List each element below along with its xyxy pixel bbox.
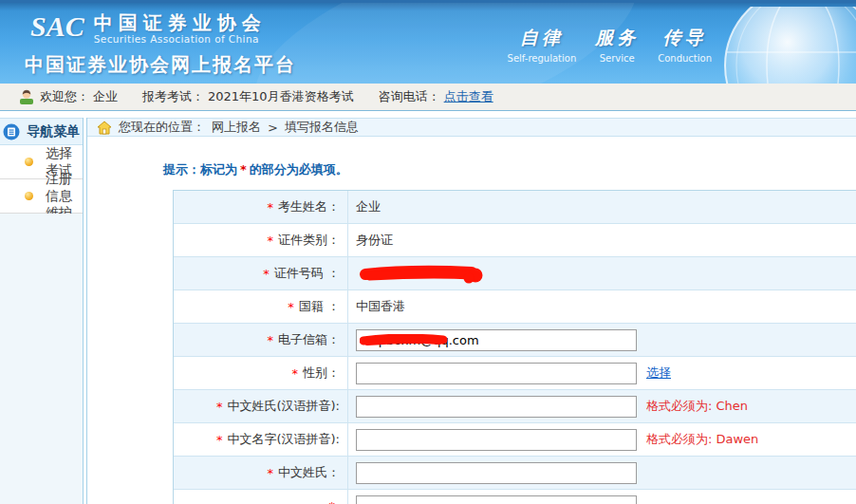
motto-en: Self-regulation (508, 53, 577, 64)
sidebar-item-registration-info[interactable]: 注册信息维护 (0, 179, 83, 214)
app-header: SAC 中国证券业协会 Securities Association of Ch… (0, 0, 856, 84)
format-hint-dawen: 格式必须为: Dawen (646, 431, 758, 448)
sidebar: 导航菜单 选择考试 注册信息维护 (0, 118, 84, 504)
username: 企业 (93, 88, 118, 105)
form-row-id-number: * 证件号码 ： (174, 257, 856, 290)
field-value: 格式必须为: Chen (348, 390, 856, 422)
association-name-en: Securities Association of China (94, 33, 267, 45)
form-row-nationality: * 国籍 ： 中国香港 (174, 290, 856, 324)
platform-title: 中国证券业协会网上报名平台 (25, 52, 296, 78)
bullet-icon (25, 158, 33, 166)
sidebar-empty-area (0, 214, 83, 504)
exam-label: 报考考试： (142, 88, 204, 105)
form-row-partial: * (174, 490, 856, 504)
motto-en: Conduction (658, 53, 712, 64)
association-name-cn: 中国证券业协会 (94, 12, 267, 33)
chinese-surname-input[interactable] (356, 462, 637, 484)
required-star: * (268, 200, 274, 215)
required-star: * (216, 433, 223, 447)
motto-cn: 服务 (595, 26, 639, 50)
label-text: 证件号码 ： (274, 265, 340, 282)
tip-prefix: 提示：标记为 (163, 162, 237, 177)
breadcrumb-item-fill-info: 填写报名信息 (285, 119, 359, 136)
tip-star: * (237, 162, 250, 177)
field-label: * 电子信箱： (174, 324, 348, 356)
field-label: * 国籍 ： (174, 290, 348, 323)
field-value (348, 457, 856, 489)
field-label: * 考生姓名： (174, 191, 348, 223)
id-type-value: 身份证 (356, 232, 393, 249)
required-star: * (216, 400, 223, 414)
bullet-icon (25, 192, 33, 200)
field-value (348, 257, 856, 289)
welcome-label: 欢迎您： (40, 88, 89, 105)
user-avatar-icon (19, 89, 34, 104)
form-row-email: * 电子信箱： (174, 324, 856, 357)
main-content: 您现在的位置： 网上报名 > 填写报名信息 提示：标记为*的部分为必填项。 * … (86, 118, 856, 504)
label-text: 国籍 ： (299, 298, 340, 315)
field-label: * 中文姓氏： (174, 457, 348, 489)
surname-pinyin-input[interactable] (356, 396, 637, 418)
candidate-name-value: 企业 (356, 198, 381, 215)
motto-block: 自律 Self-regulation 服务 Service 传导 Conduct… (508, 26, 712, 64)
form-row-id-type: * 证件类别： 身份证 (174, 224, 856, 257)
welcome-bar: 欢迎您： 企业 报考考试： 2021年10月香港资格考试 咨询电话： 点击查看 (0, 84, 856, 111)
form-row-surname-pinyin: * 中文姓氏(汉语拼音): 格式必须为: Chen (174, 390, 856, 423)
sac-logo-script: SAC (30, 12, 84, 41)
field-value (348, 324, 856, 356)
breadcrumb: 您现在的位置： 网上报名 > 填写报名信息 (87, 118, 856, 137)
breadcrumb-prefix: 您现在的位置： (119, 119, 205, 136)
label-text: 电子信箱： (278, 331, 340, 348)
motto-cn: 传导 (663, 26, 707, 50)
sac-logo: SAC 中国证券业协会 Securities Association of Ch… (30, 12, 267, 45)
field-label: * 证件类别： (174, 224, 348, 256)
required-star: * (288, 300, 294, 314)
form-row-gender: * 性别： 选择 (174, 357, 856, 390)
phone-label: 咨询电话： (379, 88, 440, 105)
label-text: 证件类别： (278, 232, 340, 249)
page-layout: 导航菜单 选择考试 注册信息维护 您现在的位置： 网上报名 > 填写报名信息 提… (0, 118, 856, 504)
motto-en: Service (600, 53, 635, 64)
required-star: * (268, 333, 274, 347)
label-text: 性别： (303, 364, 340, 382)
home-icon (97, 121, 112, 135)
exam-value: 2021年10月香港资格考试 (208, 88, 354, 105)
field-value: 选择 (348, 357, 856, 389)
motto-cn: 自律 (520, 26, 564, 50)
form-row-chinese-surname: * 中文姓氏： (174, 457, 856, 490)
field-label: * 中文名字(汉语拼音): (174, 423, 348, 456)
view-phone-link[interactable]: 点击查看 (444, 88, 493, 105)
field-label: * 证件号码 ： (174, 257, 348, 289)
field-value: 企业 (348, 191, 856, 223)
field-label: * 性别： (174, 357, 348, 389)
label-text: 考生姓名： (278, 198, 340, 215)
label-text: 中文姓氏(汉语拼音): (227, 398, 340, 415)
email-input[interactable] (356, 329, 637, 351)
required-star: * (268, 466, 274, 480)
gender-input[interactable] (356, 363, 637, 384)
gender-select-link[interactable]: 选择 (646, 364, 671, 382)
nationality-value: 中国香港 (356, 298, 405, 315)
redaction-scribble (360, 263, 497, 284)
breadcrumb-separator: > (268, 121, 278, 135)
partial-row-input[interactable] (356, 495, 637, 504)
registration-form-table: * 考生姓名： 企业 * 证件类别： 身份证 (173, 190, 856, 504)
sidebar-header: 导航菜单 (0, 118, 83, 145)
content-body: 提示：标记为*的部分为必填项。 * 考生姓名： 企业 * (87, 137, 856, 504)
field-value: 身份证 (348, 224, 856, 256)
format-hint-chen: 格式必须为: Chen (646, 398, 748, 415)
tip-suffix: 的部分为必填项。 (250, 162, 348, 177)
field-value: 中国香港 (348, 290, 856, 323)
required-fields-tip: 提示：标记为*的部分为必填项。 (163, 161, 856, 178)
breadcrumb-item-online-registration: 网上报名 (212, 119, 261, 136)
given-name-pinyin-input[interactable] (356, 429, 637, 451)
form-row-candidate-name: * 考生姓名： 企业 (174, 191, 856, 224)
motto-conduction: 传导 Conduction (658, 26, 712, 64)
label-text: 中文名字(汉语拼音): (227, 431, 340, 448)
sidebar-title: 导航菜单 (27, 123, 80, 140)
required-star: * (268, 233, 274, 248)
required-star: * (292, 366, 299, 381)
field-value: 格式必须为: Dawen (348, 423, 856, 456)
field-label: * (174, 490, 348, 504)
menu-icon (3, 123, 20, 140)
